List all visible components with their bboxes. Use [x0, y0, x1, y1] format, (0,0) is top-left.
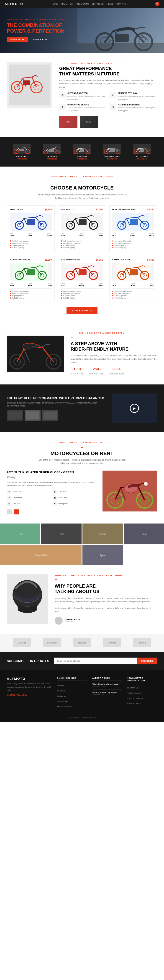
- hero-eyebrow: RIDING BIKES TO A WINNER LEVEL: [7, 19, 65, 21]
- feature-img-1: Bike: [59, 116, 77, 128]
- testimonial-text-2: Far far away, behind the word mountains,…: [55, 607, 157, 613]
- video-description: OUR ENGINE OFFERS A WIDE VARIETY OF OPTI…: [7, 402, 105, 407]
- moto-price-honda: $4,390: [147, 208, 154, 211]
- video-player[interactable]: ▶: [112, 393, 157, 423]
- moto-name-kawasaki: KAWASAKI FALCON: [10, 259, 30, 261]
- footer-link-contact[interactable]: Contact Us: [57, 695, 66, 697]
- rentals-header: RIDING BIKES TO A WINNER LEVEL ✦ MOTORCY…: [7, 441, 157, 465]
- hero-learn-more-button[interactable]: LEARN MORE: [7, 37, 28, 42]
- gallery-item-1[interactable]: Rider +: [0, 523, 40, 544]
- moto-price-ktm: $3,800: [147, 259, 154, 261]
- gallery-section: Rider + Bike + Sunset + Race +: [0, 523, 164, 565]
- ducati-bike-svg: [65, 263, 99, 281]
- gear-mode-label: Gear Mode: [13, 497, 22, 499]
- chopper-count: FROM $4,290: [38, 158, 66, 160]
- moto-features-honda: Anti-lock braking system Electronic fuel…: [112, 238, 154, 248]
- footer-post-1: Riding Bikes to a Winner Level November …: [92, 683, 122, 690]
- polishing-icon: ◎: [109, 103, 116, 110]
- svg-rect-23: [19, 149, 24, 151]
- svg-rect-78: [30, 348, 42, 358]
- subscribe-section: SUBSCRIBE FOR UPDATES SUBSCRIBE: [0, 652, 164, 670]
- gear-mode-icon: ◈: [7, 496, 11, 500]
- chopper-label: CHOPPER: [38, 156, 66, 158]
- moto-card-ktm: KTM RC 200 BASE $3,800 Year2018: [109, 256, 157, 302]
- nav-logo: ALTMOTO: [5, 2, 23, 6]
- video-thumb-3[interactable]: [42, 410, 58, 421]
- footer-links-title: Quick Golinks: [57, 677, 87, 681]
- touring-label: TOURING BIKE: [98, 156, 126, 158]
- footer-newsletter-link-2[interactable]: PRIVACY POLICY: [127, 692, 142, 694]
- eco-bike-graphic: [7, 336, 64, 372]
- video-thumb-1[interactable]: [7, 410, 23, 421]
- footer-link-blog[interactable]: Blog Post: [57, 690, 65, 692]
- category-touring[interactable]: TOURING BIKE FROM $6,490: [97, 142, 127, 162]
- search-button[interactable]: 🔍: [155, 2, 159, 6]
- footer-newsletter-link-4[interactable]: SUPPORT TEAM: [127, 703, 141, 705]
- moto-features-kawasaki: Anti-lock braking system Electronic fuel…: [10, 288, 52, 299]
- footer-phone: +1 (000) 456 5609: [7, 694, 52, 696]
- category-sporting[interactable]: SPORTING FROM $3,890: [7, 142, 37, 162]
- author-role: Customer: [65, 621, 80, 623]
- rental-feature-6: ★ Horsepower: [53, 501, 97, 506]
- category-chopper[interactable]: CHOPPER FROM $4,290: [37, 142, 67, 162]
- nav-contact[interactable]: CONTACT: [116, 3, 128, 5]
- nav-products[interactable]: PRODUCTS: [76, 3, 89, 5]
- video-thumb-2[interactable]: [24, 410, 40, 421]
- svg-rect-36: [140, 149, 145, 152]
- footer-newsletter-link-3[interactable]: SUPPORT FORUM: [127, 697, 143, 699]
- cruiser-label: CRUISER: [68, 156, 96, 158]
- choose-eyebrow: RIDING BIKES TO A WINNER LEVEL: [7, 176, 157, 178]
- category-cruiser[interactable]: CRUISER FROM $5,190: [67, 142, 97, 162]
- gallery-item-5[interactable]: Desert Ride +: [0, 545, 82, 565]
- svg-rect-48: [79, 219, 87, 225]
- subscribe-form: SUBSCRIBE: [54, 657, 157, 664]
- abs-brake-icon: ◉: [53, 490, 57, 494]
- svg-rect-54: [130, 219, 138, 225]
- roadster-bike-icon: [133, 144, 151, 154]
- footer-post-1-date: November 22, 2019: [92, 686, 122, 687]
- view-all-bikes-button[interactable]: VIEW ALL BIKES: [66, 307, 98, 314]
- sporting-image: [13, 144, 31, 154]
- svg-rect-9: [115, 34, 129, 42]
- category-roadster[interactable]: ROADSTER FROM $3,190: [127, 142, 157, 162]
- author-avatar: [55, 617, 63, 625]
- moto-img-bmw: [10, 213, 52, 231]
- gallery-item-4[interactable]: Race +: [124, 523, 164, 544]
- footer-link-about[interactable]: About Us: [57, 685, 64, 687]
- moto-specs-ktm: Year2018 TypeRoad Power90hp: [112, 283, 154, 286]
- bike-categories: SPORTING FROM $3,890 CHOPPER FROM $4,290: [0, 137, 164, 167]
- svg-rect-108: [25, 606, 30, 607]
- features-section: RIDING BIKES TO A WINNER LEVEL GREAT PER…: [0, 53, 164, 137]
- nav-news[interactable]: NEWS: [107, 3, 114, 5]
- features-title: GREAT PERFORMANCE THAT MATTERS IN FUTURE: [59, 66, 157, 76]
- hero-book-ride-button[interactable]: BOOK A RIDE: [30, 37, 51, 42]
- footer-col-posts: Latest Posts Riding Bikes to a Winner Le…: [92, 677, 122, 709]
- video-title: THE POWERFUL PERFORMANCE WITH OPTIMIZED …: [7, 396, 105, 400]
- seat-mode-icon: ▣: [53, 496, 57, 500]
- hero-content: RIDING BIKES TO A WINNER LEVEL THE COMBI…: [7, 19, 65, 42]
- nav-about[interactable]: ABOUT US: [61, 3, 73, 5]
- footer-link-terms[interactable]: Terms & Conditions: [57, 706, 73, 708]
- ktm-bike-svg: [116, 263, 150, 281]
- gallery-item-2[interactable]: Bike +: [41, 523, 82, 544]
- footer-link-privacy[interactable]: Privacy Policy: [57, 700, 68, 702]
- moto-specs-yamaha: Year2017 TypeRoad Power98hp: [61, 233, 103, 236]
- nav-home[interactable]: HOME: [51, 3, 58, 5]
- horsepower-icon: ★: [53, 501, 57, 506]
- subscribe-email-input[interactable]: [54, 657, 137, 664]
- rental-prev-button[interactable]: ‹: [7, 509, 12, 514]
- cruiser-count: FROM $5,190: [68, 158, 96, 160]
- moto-name-ducati: DUCATI HYPER 950: [61, 259, 80, 261]
- feature-text-1: Cutting Edge Tech A small river named Du…: [68, 92, 107, 101]
- moto-card-honda: HONDA CROSSER ARS $4,390: [109, 205, 157, 252]
- hero-bike-graphic: [77, 8, 164, 53]
- svg-rect-84: [43, 412, 57, 420]
- rental-next-button[interactable]: ›: [14, 509, 19, 514]
- footer-newsletter-list: CONTACT US PRIVACY POLICY SUPPORT FORUM …: [127, 685, 157, 705]
- subscribe-button[interactable]: SUBSCRIBE: [137, 657, 157, 664]
- nav-links: HOME ABOUT US PRODUCTS SERVICES NEWS CON…: [51, 3, 128, 5]
- gallery-item-3[interactable]: Sunset +: [82, 523, 123, 544]
- footer-newsletter-link-1[interactable]: CONTACT US: [127, 687, 138, 689]
- nav-services[interactable]: SERVICES: [92, 3, 104, 5]
- gallery-item-6[interactable]: Speed +: [82, 545, 123, 565]
